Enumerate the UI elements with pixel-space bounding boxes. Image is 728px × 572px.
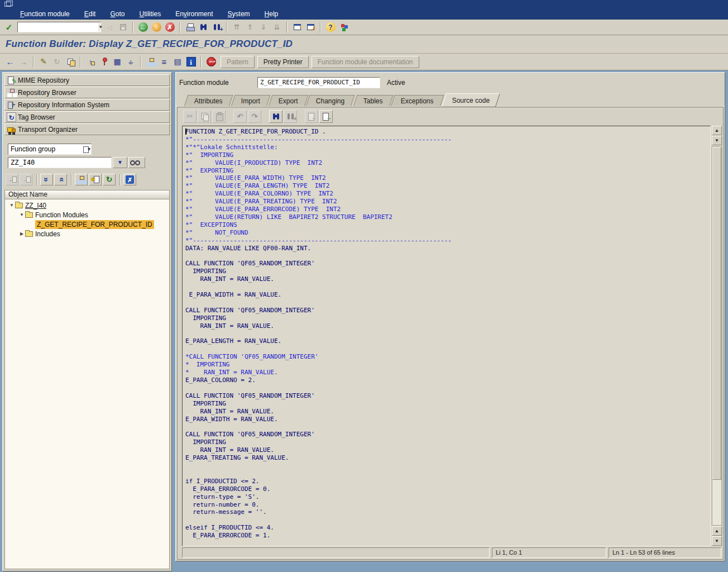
findnext-button (284, 110, 297, 123)
tree-node-includes[interactable]: ▶Includes (5, 229, 169, 239)
menu-item-edit[interactable]: Edit (84, 10, 96, 18)
code-line: CALL FUNCTION 'QF05_RANDOM_INTEGER' (185, 392, 710, 400)
menu-item-environment[interactable]: Environment (175, 10, 213, 18)
menu-item-function-module[interactable]: Function module (20, 10, 70, 18)
enter-button[interactable] (2, 21, 16, 34)
print-icon (185, 22, 195, 32)
scrollbar-track[interactable] (712, 146, 722, 526)
back-icon (138, 22, 148, 32)
grid-button[interactable] (111, 56, 124, 68)
closex-button[interactable] (123, 174, 136, 185)
fwdb-button (17, 56, 30, 68)
scrollbar-thumb[interactable] (712, 147, 721, 480)
refresh-button[interactable] (103, 174, 116, 185)
copy-button (198, 110, 211, 123)
pgfirst-button (230, 21, 243, 34)
findnext-icon (212, 22, 222, 32)
sidebar-item-mime-repository[interactable]: MIME Repository (4, 74, 170, 86)
sidebar-item-repository-infosystem[interactable]: Repository Information System (4, 99, 170, 111)
print-button[interactable] (183, 21, 197, 34)
list-button[interactable] (171, 56, 184, 68)
command-field[interactable]: ▾ (17, 22, 101, 32)
scroll-page-up-icon[interactable]: ▲ (712, 526, 722, 536)
stack-button[interactable] (157, 56, 171, 68)
upboxes-button[interactable] (84, 56, 97, 68)
find-button[interactable] (269, 110, 282, 123)
find-button[interactable] (197, 21, 210, 34)
menu-item-utilities[interactable]: Utilities (139, 10, 161, 18)
newsession-icon: * (293, 22, 302, 32)
tab-tables[interactable]: Tables (353, 95, 393, 107)
pencil-button[interactable] (37, 56, 50, 68)
shortcut-button[interactable]: ↗ (304, 21, 317, 34)
command-input[interactable] (18, 24, 99, 31)
menu-item-system[interactable]: System (228, 10, 250, 18)
page-title: Function Builder: Display Z_GET_RECIPE_F… (6, 39, 293, 50)
sidebar-item-repository-browser[interactable]: Repository Browser (4, 87, 170, 98)
pin-button[interactable] (97, 56, 111, 68)
code-line: return-type = 'S'. (185, 493, 710, 501)
tree-node-z_get_recipe_for_product_id[interactable]: Z_GET_RECIPE_FOR_PRODUCT_ID (5, 220, 169, 229)
repository-browser-icon (7, 88, 16, 97)
code-line: if I_PRODUCTID <= 2. (185, 478, 710, 485)
stardoc-button[interactable] (89, 174, 102, 185)
hier-button[interactable] (75, 174, 88, 185)
enter-icon (4, 22, 14, 32)
vertical-scrollbar: ▲ ▼ ▲ ▼ (712, 126, 722, 546)
backb-button[interactable] (3, 56, 17, 68)
exit-button[interactable] (150, 21, 163, 34)
move-icon (126, 57, 136, 66)
stop-button[interactable] (204, 56, 218, 68)
expand-button[interactable] (40, 174, 53, 185)
save-icon (118, 22, 128, 32)
browser-switch-buttons: MIME RepositoryRepository BrowserReposit… (4, 74, 170, 136)
scroll-down-icon[interactable]: ▼ (712, 136, 722, 145)
back-button[interactable] (136, 21, 150, 34)
tree-node-function modules[interactable]: ▼Function Modules (5, 210, 169, 220)
tab-source-code[interactable]: Source code (442, 93, 500, 107)
collapse-button[interactable] (54, 174, 67, 185)
code-editor[interactable]: FUNCTION Z_GET_RECIPE_FOR_PRODUCT_ID .*"… (182, 126, 711, 546)
newsession-button[interactable]: * (290, 21, 304, 34)
sidebar-item-transport-organizer[interactable]: Transport Organizer (4, 123, 170, 135)
folder-icon (15, 203, 23, 208)
function-module-value[interactable]: Z_GET_RECIPE_FOR_PRODUCT_ID (257, 77, 380, 88)
code-line (185, 516, 710, 524)
function-group-input[interactable] (8, 157, 112, 168)
export-button[interactable] (319, 110, 333, 123)
tab-changing[interactable]: Changing (306, 95, 355, 107)
window-icon[interactable] (4, 2, 11, 7)
sap-window: Function moduleEditGotoUtilitiesEnvironm… (0, 0, 728, 572)
list-icon (173, 57, 183, 66)
dropdown-button[interactable]: ▼ (113, 157, 127, 168)
findnext-button[interactable] (210, 21, 223, 34)
tab-import[interactable]: Import (231, 95, 270, 107)
menu-item-goto[interactable]: Goto (110, 10, 124, 18)
code-line: E_PARA_TREATING = RAN_VALUE. (185, 454, 710, 462)
pretty-printer-button[interactable]: Pretty Printer (257, 56, 309, 68)
scroll-page-down-icon[interactable]: ▼ (712, 536, 722, 546)
tree-node-zz_i40[interactable]: ▼ZZ_I40 (5, 201, 169, 210)
tab-exceptions[interactable]: Exceptions (391, 95, 444, 107)
move-button[interactable] (124, 56, 137, 68)
copyobj-button[interactable] (64, 56, 77, 68)
object-type-combo[interactable]: Function group (8, 144, 92, 155)
paste-icon (214, 112, 224, 121)
sidebar-item-tag-browser[interactable]: Tag Browser (4, 111, 170, 123)
custom-button[interactable] (337, 21, 351, 34)
menu-item-help[interactable]: Help (265, 10, 279, 18)
cancel-button[interactable] (163, 21, 176, 34)
scroll-up-icon[interactable]: ▲ (712, 126, 722, 135)
code-line (185, 470, 710, 478)
tab-attributes[interactable]: Attributes (184, 95, 233, 107)
code-line: IMPORTING (185, 438, 710, 446)
expand-node-icon[interactable]: ▶ (18, 231, 25, 236)
info-button[interactable] (184, 56, 198, 68)
help-button[interactable] (324, 21, 337, 34)
command-history-icon[interactable]: ▾ (99, 23, 102, 31)
collapse-node-icon[interactable]: ▼ (8, 203, 15, 208)
hier-button[interactable] (144, 56, 157, 68)
display-button[interactable] (128, 157, 145, 168)
collapse-node-icon[interactable]: ▼ (18, 212, 25, 217)
tab-export[interactable]: Export (268, 95, 308, 107)
